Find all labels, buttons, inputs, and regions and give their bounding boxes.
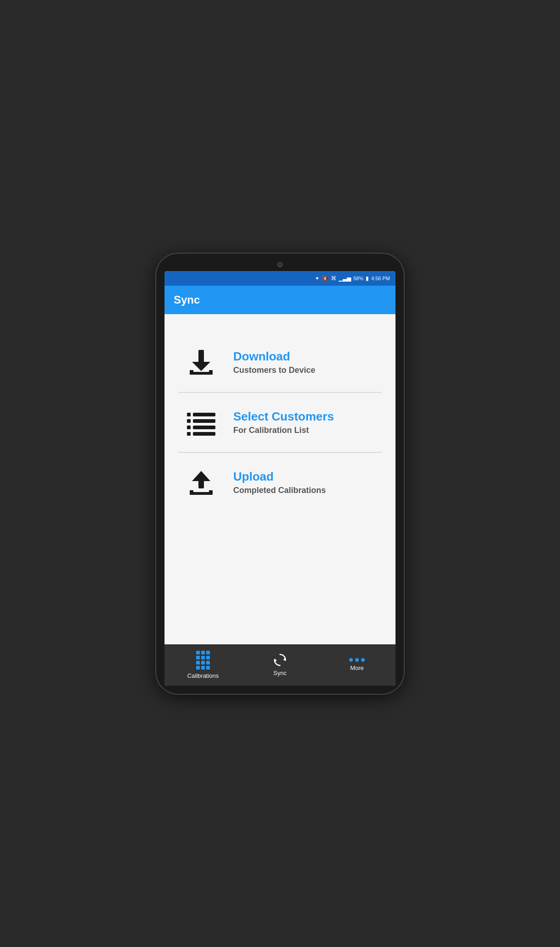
svg-rect-11 bbox=[187, 432, 191, 436]
download-text: Download Customers to Device bbox=[233, 349, 315, 375]
svg-rect-12 bbox=[193, 432, 215, 436]
bluetooth-icon: ✦ bbox=[315, 275, 319, 282]
svg-rect-9 bbox=[187, 426, 191, 429]
upload-title: Upload bbox=[233, 470, 326, 484]
device-frame: ✦ 🔇 ⌘ ▁▃▅ 58% ▮ 4:56 PM Sync bbox=[156, 254, 404, 694]
svg-rect-3 bbox=[190, 370, 193, 375]
status-time: 4:56 PM bbox=[371, 276, 390, 281]
upload-subtitle: Completed Calibrations bbox=[233, 486, 326, 495]
mute-icon: 🔇 bbox=[322, 275, 329, 282]
nav-item-sync[interactable]: Sync bbox=[242, 653, 318, 676]
battery-percentage: 58% bbox=[353, 276, 363, 281]
more-label: More bbox=[350, 665, 364, 671]
list-icon bbox=[183, 406, 220, 438]
nav-item-more[interactable]: More bbox=[318, 658, 395, 671]
svg-rect-4 bbox=[209, 370, 213, 375]
bottom-nav: Calibrations Sync bbox=[165, 644, 395, 686]
battery-icon: ▮ bbox=[366, 275, 369, 282]
calibrations-label: Calibrations bbox=[187, 672, 219, 679]
svg-marker-18 bbox=[283, 658, 285, 661]
more-icon bbox=[349, 658, 365, 662]
svg-rect-10 bbox=[193, 426, 215, 429]
select-customers-menu-item[interactable]: Select Customers For Calibration List bbox=[165, 393, 395, 452]
svg-rect-8 bbox=[193, 419, 215, 423]
svg-marker-19 bbox=[275, 659, 277, 662]
svg-rect-6 bbox=[193, 413, 215, 416]
nav-item-calibrations[interactable]: Calibrations bbox=[165, 651, 242, 679]
calibrations-icon bbox=[196, 651, 210, 670]
sync-label: Sync bbox=[274, 670, 287, 676]
svg-rect-17 bbox=[209, 490, 213, 495]
upload-text: Upload Completed Calibrations bbox=[233, 470, 326, 495]
main-content: Download Customers to Device bbox=[165, 314, 395, 644]
download-menu-item[interactable]: Download Customers to Device bbox=[165, 332, 395, 392]
device-camera bbox=[277, 262, 283, 267]
select-customers-subtitle: For Calibration List bbox=[233, 426, 334, 435]
svg-rect-0 bbox=[198, 350, 204, 363]
app-title: Sync bbox=[174, 294, 200, 306]
status-icons: ✦ 🔇 ⌘ ▁▃▅ 58% ▮ 4:56 PM bbox=[315, 275, 390, 282]
select-customers-title: Select Customers bbox=[233, 410, 334, 424]
device-screen: ✦ 🔇 ⌘ ▁▃▅ 58% ▮ 4:56 PM Sync bbox=[165, 271, 395, 686]
svg-rect-7 bbox=[187, 419, 191, 423]
select-customers-text: Select Customers For Calibration List bbox=[233, 410, 334, 435]
svg-rect-5 bbox=[187, 413, 191, 416]
svg-marker-1 bbox=[192, 362, 210, 371]
download-title: Download bbox=[233, 349, 315, 364]
app-bar: Sync bbox=[165, 286, 395, 314]
download-icon bbox=[183, 346, 220, 378]
status-bar: ✦ 🔇 ⌘ ▁▃▅ 58% ▮ 4:56 PM bbox=[165, 271, 395, 286]
signal-icon: ▁▃▅ bbox=[339, 275, 351, 282]
upload-icon bbox=[183, 466, 220, 498]
svg-rect-16 bbox=[190, 490, 193, 495]
sync-icon bbox=[273, 653, 287, 667]
download-subtitle: Customers to Device bbox=[233, 366, 315, 375]
wifi-icon: ⌘ bbox=[331, 275, 336, 282]
svg-marker-14 bbox=[192, 471, 210, 481]
upload-menu-item[interactable]: Upload Completed Calibrations bbox=[165, 453, 395, 512]
